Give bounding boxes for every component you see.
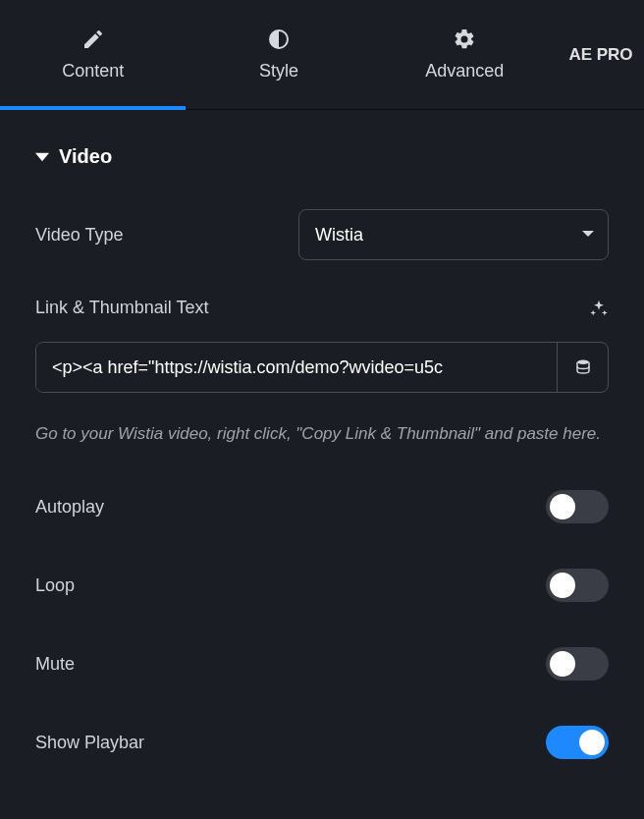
tab-advanced[interactable]: Advanced (372, 0, 558, 109)
mute-label: Mute (35, 654, 75, 675)
video-type-select[interactable]: Wistia (298, 209, 609, 260)
link-thumbnail-label: Link & Thumbnail Text (35, 298, 208, 318)
autoplay-label: Autoplay (35, 497, 104, 518)
pencil-icon (81, 27, 105, 51)
pro-badge: AE PRO (558, 0, 644, 109)
row-autoplay: Autoplay (35, 490, 609, 523)
section-title: Video (59, 145, 112, 168)
caret-down-icon (35, 150, 49, 164)
contrast-icon (267, 27, 291, 51)
link-thumbnail-hint: Go to your Wistia video, right click, "C… (35, 420, 609, 447)
section-header-video[interactable]: Video (35, 145, 609, 168)
mute-toggle[interactable] (546, 647, 609, 681)
video-type-select-wrap: Wistia (298, 209, 609, 260)
row-mute: Mute (35, 647, 609, 681)
link-thumbnail-input-row (35, 342, 609, 393)
svg-point-0 (577, 360, 589, 365)
row-link-thumbnail-label: Link & Thumbnail Text (35, 298, 609, 318)
playbar-label: Show Playbar (35, 733, 144, 753)
dynamic-tags-button[interactable] (557, 343, 608, 392)
panel-content: Video Video Type Wistia Link & Thumbnail… (0, 110, 644, 759)
loop-label: Loop (35, 575, 75, 596)
tab-content[interactable]: Content (0, 0, 186, 109)
gear-icon (453, 27, 476, 51)
loop-toggle[interactable] (546, 569, 609, 602)
sparkle-icon[interactable] (589, 299, 609, 318)
tab-style[interactable]: Style (186, 0, 371, 109)
tab-advanced-label: Advanced (425, 61, 504, 82)
row-video-type: Video Type Wistia (35, 209, 609, 260)
row-playbar: Show Playbar (35, 726, 609, 759)
tab-style-label: Style (259, 61, 298, 82)
playbar-toggle[interactable] (546, 726, 609, 759)
autoplay-toggle[interactable] (546, 490, 609, 523)
database-icon (574, 358, 592, 376)
row-loop: Loop (35, 569, 609, 602)
link-thumbnail-input[interactable] (36, 343, 557, 392)
tab-bar: Content Style Advanced AE PRO (0, 0, 644, 110)
tab-content-label: Content (62, 61, 124, 82)
video-type-label: Video Type (35, 225, 123, 246)
